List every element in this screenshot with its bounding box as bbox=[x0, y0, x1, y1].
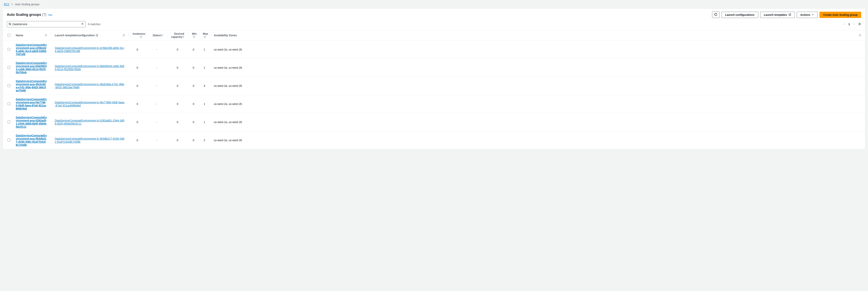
row-checkbox[interactable] bbox=[8, 84, 10, 87]
column-header-template[interactable]: Launch template/configuration ▽ bbox=[51, 30, 129, 40]
desired-cell: 0 bbox=[167, 40, 188, 59]
min-cell: 0 bbox=[188, 77, 199, 95]
page-title: Auto Scaling groups (7) bbox=[7, 13, 46, 17]
column-header-desired[interactable]: Desired capacity▽ bbox=[167, 30, 188, 40]
max-cell: 1 bbox=[199, 95, 210, 113]
asg-name-link[interactable]: DataServiceComputeEnvironment-asg-bbb590… bbox=[16, 61, 47, 74]
clear-search-button[interactable] bbox=[81, 23, 84, 26]
chevron-down-icon bbox=[812, 13, 814, 17]
status-cell: - bbox=[146, 40, 167, 59]
settings-button[interactable] bbox=[858, 23, 861, 26]
search-box bbox=[7, 21, 86, 27]
launch-templates-label: Launch templates bbox=[764, 13, 787, 17]
max-cell: 1 bbox=[199, 40, 210, 59]
desired-cell: 0 bbox=[167, 95, 188, 113]
desired-cell: 0 bbox=[167, 77, 188, 95]
desired-cell: 0 bbox=[167, 113, 188, 131]
external-link-icon bbox=[789, 13, 791, 17]
sort-icon[interactable]: ▽ bbox=[161, 34, 163, 37]
table-row: DataServiceComputeEnvironment-asg-f4e778… bbox=[3, 95, 865, 113]
refresh-icon bbox=[714, 13, 717, 17]
az-cell: us-west-2a, us-west-2b bbox=[210, 77, 865, 95]
breadcrumb-current: Auto Scaling groups bbox=[15, 3, 39, 6]
svg-point-0 bbox=[9, 23, 11, 25]
sort-icon[interactable]: ▽ bbox=[123, 34, 125, 37]
status-cell: - bbox=[146, 113, 167, 131]
instances-cell: 0 bbox=[129, 131, 146, 149]
actions-dropdown-button[interactable]: Actions bbox=[797, 12, 817, 18]
match-count: 6 matches bbox=[88, 23, 100, 26]
header-actions: Launch configurations Launch templates A… bbox=[712, 11, 861, 18]
column-header-min[interactable]: Min▽ bbox=[188, 30, 199, 40]
az-cell: us-west-2a, us-west-2b bbox=[210, 59, 865, 77]
asg-table: Name▽ Launch template/configuration ▽ In… bbox=[3, 30, 865, 149]
actions-label: Actions bbox=[800, 13, 810, 17]
launch-template-link[interactable]: DataServiceComputeEnvironment-lc-0282ad5… bbox=[55, 119, 124, 125]
external-link-icon bbox=[96, 34, 98, 36]
prev-page-button[interactable] bbox=[843, 23, 845, 26]
launch-template-link[interactable]: DataServiceComputeEnvironment-lc-f4e7786… bbox=[55, 101, 124, 107]
panel-header: Auto Scaling groups (7) Info Launch conf… bbox=[3, 9, 865, 20]
desired-cell: 0 bbox=[167, 59, 188, 77]
asg-name-link[interactable]: DataServiceComputeEnvironment-asg-563db2… bbox=[16, 134, 47, 146]
asg-name-link[interactable]: DataServiceComputeEnvironment-asg-0282ad… bbox=[16, 116, 47, 128]
launch-templates-button[interactable]: Launch templates bbox=[760, 12, 795, 18]
az-cell: us-west-2a, us-west-2b bbox=[210, 131, 865, 149]
min-cell: 0 bbox=[188, 40, 199, 59]
column-header-name[interactable]: Name▽ bbox=[12, 30, 51, 40]
breadcrumb: EC2 Auto Scaling groups bbox=[0, 0, 868, 8]
launch-template-link[interactable]: DataServiceComputeEnvironment-lc-563db21… bbox=[55, 137, 124, 143]
instances-cell: 0 bbox=[129, 113, 146, 131]
max-cell: 1 bbox=[199, 113, 210, 131]
page-title-text: Auto Scaling groups bbox=[7, 13, 41, 17]
row-checkbox[interactable] bbox=[8, 103, 10, 105]
status-cell: - bbox=[146, 95, 167, 113]
row-checkbox[interactable] bbox=[8, 139, 10, 141]
page-number: 1 bbox=[848, 23, 850, 26]
sort-icon[interactable]: ▽ bbox=[140, 35, 142, 38]
row-checkbox[interactable] bbox=[8, 120, 10, 123]
az-cell: us-west-2a, us-west-2b bbox=[210, 95, 865, 113]
create-asg-button[interactable]: Create Auto Scaling group bbox=[819, 12, 861, 18]
launch-configurations-button[interactable]: Launch configurations bbox=[721, 12, 758, 18]
launch-template-link[interactable]: DataServiceComputeEnvironment-lc-e258e2d… bbox=[55, 47, 124, 53]
sort-icon[interactable]: ▽ bbox=[193, 35, 195, 38]
next-page-button[interactable] bbox=[853, 23, 855, 26]
row-checkbox[interactable] bbox=[8, 48, 10, 51]
instances-cell: 0 bbox=[129, 59, 146, 77]
search-input[interactable] bbox=[12, 23, 80, 26]
sort-icon[interactable]: ▽ bbox=[182, 35, 184, 38]
launch-template-link[interactable]: DataServiceComputeEnvironment-lc-4fa3c6d… bbox=[55, 83, 124, 89]
sort-icon[interactable]: ▽ bbox=[204, 35, 206, 38]
refresh-button[interactable] bbox=[712, 11, 719, 18]
select-all-checkbox[interactable] bbox=[8, 34, 10, 36]
row-checkbox[interactable] bbox=[8, 66, 10, 69]
column-header-az[interactable]: Availability Zones▽ bbox=[210, 30, 865, 40]
table-row: DataServiceComputeEnvironment-asg-563db2… bbox=[3, 131, 865, 149]
column-header-max[interactable]: Max▽ bbox=[199, 30, 210, 40]
asg-name-link[interactable]: DataServiceComputeEnvironment-asg-4fa3c6… bbox=[16, 80, 47, 92]
column-header-status[interactable]: Status▽ bbox=[146, 30, 167, 40]
sort-icon[interactable]: ▽ bbox=[45, 34, 47, 37]
max-cell: 2 bbox=[199, 131, 210, 149]
table-row: DataServiceComputeEnvironment-asg-e258e2… bbox=[3, 40, 865, 59]
status-cell: - bbox=[146, 77, 167, 95]
column-header-instances[interactable]: Instances▽ bbox=[129, 30, 146, 40]
launch-template-link[interactable]: DataServiceComputeEnvironment-lc-bbb5904… bbox=[55, 64, 124, 71]
table-row: DataServiceComputeEnvironment-asg-4fa3c6… bbox=[3, 77, 865, 95]
asg-name-link[interactable]: DataServiceComputeEnvironment-asg-f4e778… bbox=[16, 98, 47, 110]
info-link[interactable]: Info bbox=[48, 13, 52, 17]
sort-icon[interactable]: ▽ bbox=[859, 34, 861, 37]
min-cell: 0 bbox=[188, 95, 199, 113]
breadcrumb-root-link[interactable]: EC2 bbox=[4, 3, 9, 6]
svg-point-1 bbox=[859, 23, 860, 24]
max-cell: 3 bbox=[199, 77, 210, 95]
az-cell: us-west-2a, us-west-2b bbox=[210, 113, 865, 131]
chevron-right-icon bbox=[11, 3, 13, 6]
min-cell: 0 bbox=[188, 131, 199, 149]
asg-name-link[interactable]: DataServiceComputeEnvironment-asg-e258e2… bbox=[16, 43, 47, 56]
table-row: DataServiceComputeEnvironment-asg-0282ad… bbox=[3, 113, 865, 131]
page-title-count: (7) bbox=[42, 13, 46, 17]
status-cell: - bbox=[146, 59, 167, 77]
instances-cell: 0 bbox=[129, 77, 146, 95]
